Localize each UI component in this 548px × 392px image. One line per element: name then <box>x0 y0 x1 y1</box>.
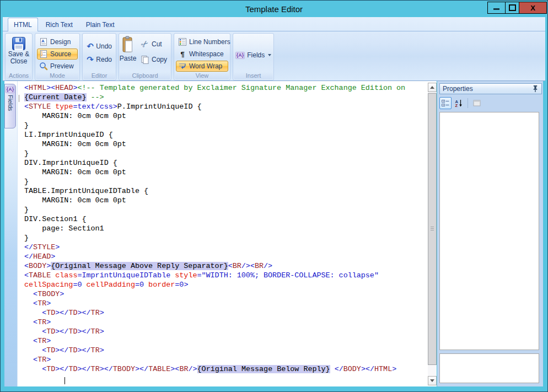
redo-button[interactable]: ↷ Redo <box>84 54 114 65</box>
group-caption-insert: Insert <box>234 72 273 79</box>
code-line: MARGIN: 0cm 0cm 0pt <box>24 168 428 177</box>
tab-html[interactable]: HTML <box>8 18 38 31</box>
group-caption-editor: Editor <box>83 72 115 79</box>
word-wrap-label: Word Wrap <box>189 62 222 70</box>
whitespace-label: Whitespace <box>189 50 224 58</box>
svg-text:A: A <box>41 39 45 44</box>
undo-button[interactable]: ↶ Undo <box>84 41 114 52</box>
code-line: } <box>24 177 428 186</box>
fields-panel-tab[interactable]: {A} Fields <box>4 84 16 128</box>
code-line: MARGIN: 0cm 0cm 0pt <box>24 196 428 205</box>
code-line: <TR> <box>24 355 428 364</box>
tab-plain-text[interactable]: Plain Text <box>80 18 120 31</box>
properties-title: Properties <box>443 85 473 93</box>
minimize-button[interactable] <box>488 2 506 13</box>
code-editor[interactable]: {A} Fields <HTML><HEAD><!-- Template gen… <box>4 81 437 386</box>
cut-button[interactable]: ✂ Cut <box>138 39 169 50</box>
undo-icon: ↶ <box>87 42 94 51</box>
code-line: {Current Date} --> <box>24 93 428 102</box>
group-clipboard: Paste ✂ Cut Copy <box>119 33 171 80</box>
properties-description <box>439 353 539 383</box>
code-line: MARGIN: 0cm 0cm 0pt <box>24 111 428 121</box>
code-line: <TD></TD></TR> <box>24 308 428 318</box>
maximize-icon <box>509 4 516 11</box>
window-title: Template Editor <box>1 4 547 14</box>
minimize-icon <box>493 8 499 10</box>
redo-icon: ↷ <box>87 55 94 64</box>
code-line: <TD></TD></TR></TBODY></TABLE><BR/>{Orig… <box>24 364 428 374</box>
redo-label: Redo <box>96 56 112 63</box>
code-line: <TR> <box>24 299 428 308</box>
group-caption-view: View <box>175 72 229 79</box>
save-close-button[interactable]: Save & Close <box>6 36 32 65</box>
property-pages-button[interactable] <box>471 97 483 109</box>
ribbon-body: Save & Close Actions A Design 1 <box>3 31 545 80</box>
maximize-button[interactable] <box>506 2 519 13</box>
copy-icon <box>141 55 149 64</box>
design-icon: A <box>39 37 48 46</box>
close-button[interactable]: X <box>519 2 546 13</box>
line-numbers-label: Line Numbers <box>189 38 230 46</box>
line-numbers-button[interactable]: Line Numbers <box>176 36 228 47</box>
tab-bar: HTML Rich Text Plain Text <box>3 17 545 31</box>
code-line: MARGIN: 0cm 0cm 0pt <box>24 139 428 149</box>
code-line: <HTML><HEAD><!-- Template generated by E… <box>24 83 428 93</box>
properties-toolbar: A Z <box>439 96 483 110</box>
fields-dropdown-arrow <box>268 54 271 56</box>
paste-label: Paste <box>120 55 137 62</box>
copy-label: Copy <box>152 56 167 63</box>
paste-clipboard-icon <box>122 36 134 53</box>
svg-text:Z: Z <box>455 103 458 108</box>
scroll-up-arrow[interactable] <box>428 83 437 92</box>
fields-tab-label: Fields <box>7 95 14 111</box>
preview-icon <box>39 62 48 71</box>
code-line: cellSpacing=0 cellPadding=0 border=0> <box>24 280 428 289</box>
word-wrap-button[interactable]: Word Wrap <box>176 61 228 72</box>
ribbon: HTML Rich Text Plain Text Save & Close <box>3 17 545 81</box>
word-wrap-icon <box>178 62 187 71</box>
copy-button[interactable]: Copy <box>138 54 169 65</box>
fields-tab-icon: {A} <box>6 86 15 93</box>
code-line: DIV.Section1 { <box>24 214 428 224</box>
down-triangle-icon <box>430 379 434 382</box>
code-line: } <box>24 121 428 130</box>
undo-label: Undo <box>96 42 112 50</box>
title-bar: Template Editor X <box>1 1 547 17</box>
whitespace-button[interactable]: ¶ Whitespace <box>176 49 228 60</box>
scrollbar-thumb[interactable] <box>428 93 437 365</box>
group-mode: A Design 1 2 Source <box>35 33 80 80</box>
svg-text:2: 2 <box>41 53 43 57</box>
editor-vertical-scrollbar[interactable] <box>428 83 437 385</box>
code-line: LI.ImprintUniqueID { <box>24 130 428 139</box>
code-line: TABLE.ImprintUniqueIDTable { <box>24 186 428 196</box>
paste-button[interactable]: Paste <box>119 36 137 66</box>
line-numbers-icon <box>178 37 187 46</box>
group-view: Line Numbers ¶ Whitespace Word Wrap View <box>174 33 230 80</box>
close-icon: X <box>530 4 535 12</box>
save-close-label: Save & Close <box>7 51 31 65</box>
cut-scissors-icon: ✂ <box>139 38 152 51</box>
group-editor: ↶ Undo ↷ Redo Editor <box>82 33 116 80</box>
group-caption-actions: Actions <box>6 72 31 79</box>
source-label: Source <box>50 50 71 58</box>
design-button[interactable]: A Design <box>37 36 78 47</box>
group-insert: {A} Fields Insert <box>233 33 274 80</box>
code-line: </HEAD> <box>24 252 428 261</box>
fields-button[interactable]: {A} Fields <box>235 50 272 61</box>
code-line: page: Section1 <box>24 224 428 233</box>
code-lines[interactable]: <HTML><HEAD><!-- Template generated by E… <box>18 81 428 386</box>
tab-rich-text[interactable]: Rich Text <box>40 18 78 31</box>
whitespace-pilcrow-icon: ¶ <box>178 50 187 58</box>
preview-button[interactable]: Preview <box>37 61 78 72</box>
alphabetical-sort-button[interactable]: A Z <box>453 97 465 109</box>
code-line: DIV.ImprintUniqueID { <box>24 158 428 168</box>
alphabetical-sort-icon: A Z <box>454 99 463 108</box>
cut-label: Cut <box>152 40 162 48</box>
code-line: <STYLE type=text/css>P.ImprintUniqueID { <box>24 102 428 111</box>
source-button[interactable]: 1 2 Source <box>37 49 78 60</box>
scroll-down-arrow[interactable] <box>428 376 437 385</box>
categorized-button[interactable] <box>439 97 452 109</box>
properties-grid[interactable] <box>439 112 539 350</box>
pin-icon[interactable] <box>532 85 539 93</box>
code-line: <TBODY> <box>24 289 428 299</box>
